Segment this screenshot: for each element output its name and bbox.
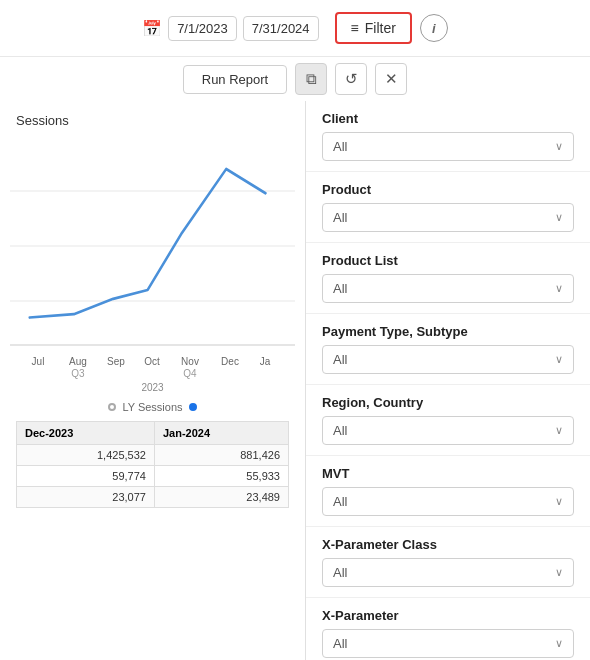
filter-label-5: MVT bbox=[322, 466, 574, 481]
sessions-legend-dot bbox=[189, 403, 197, 411]
filter-section-0: ClientAll∨ bbox=[306, 101, 590, 172]
chevron-down-icon: ∨ bbox=[555, 637, 563, 650]
run-report-button[interactable]: Run Report bbox=[183, 65, 287, 94]
filter-label-0: Client bbox=[322, 111, 574, 126]
filter-label-1: Product bbox=[322, 182, 574, 197]
chevron-down-icon: ∨ bbox=[555, 140, 563, 153]
filter-lines-icon: ≡ bbox=[351, 20, 359, 36]
x-label-nov: Nov bbox=[170, 356, 210, 368]
chevron-down-icon: ∨ bbox=[555, 353, 563, 366]
filter-label-4: Region, Country bbox=[322, 395, 574, 410]
close-icon-button[interactable]: ✕ bbox=[375, 63, 407, 95]
x-label-q3: Q3 bbox=[58, 368, 98, 380]
close-icon: ✕ bbox=[385, 70, 398, 88]
toolbar-row1: 📅 7/1/2023 7/31/2024 ≡ Filter i bbox=[0, 0, 590, 57]
x-axis-year: 2023 bbox=[10, 382, 295, 393]
table-cell: 55,933 bbox=[154, 466, 288, 487]
filter-label: Filter bbox=[365, 20, 396, 36]
filter-dropdown-5[interactable]: All∨ bbox=[322, 487, 574, 516]
filter-value-6: All bbox=[333, 565, 347, 580]
filter-value-1: All bbox=[333, 210, 347, 225]
date-range-area: 📅 7/1/2023 7/31/2024 bbox=[142, 16, 318, 41]
info-icon: i bbox=[432, 21, 436, 36]
filter-value-0: All bbox=[333, 139, 347, 154]
ly-sessions-legend-dot bbox=[108, 403, 116, 411]
filter-value-4: All bbox=[333, 423, 347, 438]
filter-section-1: ProductAll∨ bbox=[306, 172, 590, 243]
chart-area: Sessions Jul bbox=[0, 101, 305, 660]
toolbar-row2: Run Report ⧉ ↺ ✕ bbox=[0, 57, 590, 101]
filter-section-3: Payment Type, SubtypeAll∨ bbox=[306, 314, 590, 385]
info-button[interactable]: i bbox=[420, 14, 448, 42]
table-header-jan2024: Jan-2024 bbox=[154, 422, 288, 445]
filter-label-6: X-Parameter Class bbox=[322, 537, 574, 552]
filter-section-6: X-Parameter ClassAll∨ bbox=[306, 527, 590, 598]
chevron-down-icon: ∨ bbox=[555, 495, 563, 508]
data-table: Dec-2023 Jan-2024 1,425,532881,42659,774… bbox=[16, 421, 289, 508]
filter-dropdown-2[interactable]: All∨ bbox=[322, 274, 574, 303]
chart-wrapper bbox=[10, 136, 295, 356]
filter-panel: ClientAll∨ProductAll∨Product ListAll∨Pay… bbox=[305, 101, 590, 660]
filter-dropdown-1[interactable]: All∨ bbox=[322, 203, 574, 232]
filter-value-3: All bbox=[333, 352, 347, 367]
filter-section-2: Product ListAll∨ bbox=[306, 243, 590, 314]
chart-legend: LY Sessions bbox=[10, 401, 295, 413]
filter-label-7: X-Parameter bbox=[322, 608, 574, 623]
filter-dropdown-4[interactable]: All∨ bbox=[322, 416, 574, 445]
filter-dropdown-6[interactable]: All∨ bbox=[322, 558, 574, 587]
x-label-q4: Q4 bbox=[170, 368, 210, 380]
table-cell: 881,426 bbox=[154, 445, 288, 466]
table-cell: 23,489 bbox=[154, 487, 288, 508]
x-label-oct: Oct bbox=[134, 356, 170, 368]
chart-title: Sessions bbox=[10, 101, 295, 128]
main-container: 📅 7/1/2023 7/31/2024 ≡ Filter i Run Repo… bbox=[0, 0, 590, 660]
filter-section-7: X-ParameterAll∨ bbox=[306, 598, 590, 660]
table-row: 23,07723,489 bbox=[17, 487, 289, 508]
chevron-down-icon: ∨ bbox=[555, 566, 563, 579]
filter-button[interactable]: ≡ Filter bbox=[335, 12, 412, 44]
chevron-down-icon: ∨ bbox=[555, 211, 563, 224]
filter-section-4: Region, CountryAll∨ bbox=[306, 385, 590, 456]
filter-value-2: All bbox=[333, 281, 347, 296]
filter-dropdown-7[interactable]: All∨ bbox=[322, 629, 574, 658]
copy-icon: ⧉ bbox=[306, 70, 317, 88]
chevron-down-icon: ∨ bbox=[555, 424, 563, 437]
copy-icon-button[interactable]: ⧉ bbox=[295, 63, 327, 95]
x-label-aug: Aug bbox=[58, 356, 98, 368]
filter-section-5: MVTAll∨ bbox=[306, 456, 590, 527]
filter-value-7: All bbox=[333, 636, 347, 651]
date-end-input[interactable]: 7/31/2024 bbox=[243, 16, 319, 41]
ly-sessions-legend-label: LY Sessions bbox=[122, 401, 182, 413]
reset-icon-button[interactable]: ↺ bbox=[335, 63, 367, 95]
filter-label-3: Payment Type, Subtype bbox=[322, 324, 574, 339]
calendar-icon: 📅 bbox=[142, 19, 162, 38]
reset-icon: ↺ bbox=[345, 70, 358, 88]
table-cell: 59,774 bbox=[17, 466, 155, 487]
table-header-dec2023: Dec-2023 bbox=[17, 422, 155, 445]
x-label-jan: Ja bbox=[250, 356, 280, 368]
table-row: 1,425,532881,426 bbox=[17, 445, 289, 466]
filter-label-2: Product List bbox=[322, 253, 574, 268]
table-cell: 23,077 bbox=[17, 487, 155, 508]
x-label-jul: Jul bbox=[18, 356, 58, 368]
x-label-sep: Sep bbox=[98, 356, 134, 368]
data-table-area: Dec-2023 Jan-2024 1,425,532881,42659,774… bbox=[10, 413, 295, 516]
table-row: 59,77455,933 bbox=[17, 466, 289, 487]
line-chart bbox=[10, 136, 295, 356]
x-label-dec: Dec bbox=[210, 356, 250, 368]
filter-dropdown-3[interactable]: All∨ bbox=[322, 345, 574, 374]
date-start-input[interactable]: 7/1/2023 bbox=[168, 16, 237, 41]
chevron-down-icon: ∨ bbox=[555, 282, 563, 295]
filter-value-5: All bbox=[333, 494, 347, 509]
filter-dropdown-0[interactable]: All∨ bbox=[322, 132, 574, 161]
table-cell: 1,425,532 bbox=[17, 445, 155, 466]
content-area: Sessions Jul bbox=[0, 101, 590, 660]
